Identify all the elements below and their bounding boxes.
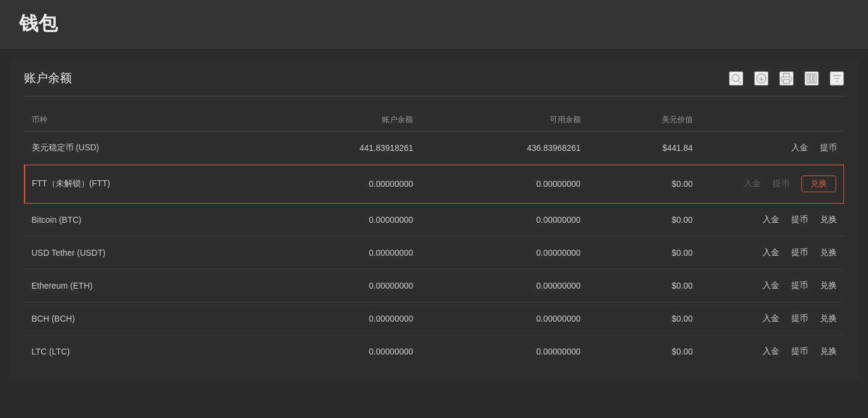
table-row: BCH (BCH)0.000000000.00000000$0.00入金提币兑换 [25,302,844,335]
cell-currency: LTC (LTC) [25,335,254,368]
cell-balance: 0.00000000 [253,269,420,302]
page-header: 钱包 [0,0,868,49]
download-button[interactable] [754,71,768,86]
cell-currency: Ethereum (ETH) [25,269,254,302]
cell-actions: 入金提币 [700,132,844,165]
cell-balance: 0.00000000 [253,335,420,368]
cell-available: 0.00000000 [420,269,587,302]
exchange-button[interactable]: 兑换 [820,214,837,225]
cell-actions: 入金提币兑换 [700,237,844,269]
section-header: 账户余额 [24,70,844,96]
withdraw-button[interactable]: 提币 [820,143,837,153]
svg-point-0 [732,74,739,81]
cell-usd-value: $0.00 [588,165,700,204]
svg-rect-6 [810,74,812,83]
cell-usd-value: $0.00 [588,269,700,302]
withdraw-button[interactable]: 提币 [791,280,808,291]
cell-balance: 441.83918261 [253,132,420,165]
cell-currency: FTT（未解锁）(FTT) [25,165,254,204]
table-row: FTT（未解锁）(FTT)0.000000000.00000000$0.00入金… [25,165,844,204]
header-available: 可用余额 [420,108,587,132]
cell-actions: 入金提币兑换 [700,204,844,237]
filter-button[interactable] [830,71,844,86]
cell-available: 0.00000000 [420,335,587,368]
cell-currency: USD Tether (USDT) [25,237,254,269]
cell-balance: 0.00000000 [253,165,420,204]
cell-available: 0.00000000 [420,302,587,335]
withdraw-button[interactable]: 提币 [791,313,808,324]
header-usd-value: 美元价值 [588,108,700,132]
cell-actions: 入金提币兑换 [700,335,844,368]
exchange-button[interactable]: 兑换 [820,313,837,324]
toolbar [729,71,844,86]
deposit-button[interactable]: 入金 [762,214,779,225]
deposit-button[interactable]: 入金 [762,247,779,258]
cell-actions: 入金提币兑换 [700,302,844,335]
exchange-button[interactable]: 兑换 [820,346,837,357]
cell-available: 0.00000000 [420,165,587,204]
search-icon [730,72,742,84]
table-row: 美元稳定币 (USD)441.83918261436.83968261$441.… [25,132,844,165]
content-area: 账户余额 [10,58,858,380]
cell-balance: 0.00000000 [253,237,420,269]
svg-rect-4 [783,79,789,83]
withdraw-button[interactable]: 提币 [791,247,808,258]
svg-rect-7 [814,74,816,83]
withdraw-button: 提币 [773,178,789,189]
exchange-button[interactable]: 兑换 [820,247,837,258]
cell-usd-value: $0.00 [588,204,700,237]
deposit-button[interactable]: 入金 [762,313,779,324]
section-title: 账户余额 [24,70,72,86]
withdraw-button[interactable]: 提币 [791,214,808,225]
cell-balance: 0.00000000 [253,302,420,335]
print-button[interactable] [779,71,794,86]
download-icon [755,72,767,84]
deposit-button: 入金 [744,178,761,189]
cell-usd-value: $0.00 [588,237,700,269]
print-icon [780,72,792,84]
header-actions [700,108,844,132]
table-row: USD Tether (USDT)0.000000000.00000000$0.… [25,237,844,269]
cell-currency: Bitcoin (BTC) [25,204,254,237]
table-row: Ethereum (ETH)0.000000000.00000000$0.00入… [25,269,844,302]
columns-button[interactable] [804,71,819,86]
cell-actions: 入金提币兑换 [700,269,844,302]
withdraw-button[interactable]: 提币 [791,346,808,357]
columns-icon [806,72,818,84]
cell-actions: 入金提币兑换 [700,165,844,204]
svg-rect-5 [807,74,809,83]
cell-usd-value: $441.84 [588,132,700,165]
svg-line-1 [739,80,742,83]
cell-balance: 0.00000000 [253,204,420,237]
table-row: LTC (LTC)0.000000000.00000000$0.00入金提币兑换 [25,335,844,368]
exchange-button[interactable]: 兑换 [820,280,837,291]
cell-currency: 美元稳定币 (USD) [25,132,254,165]
balance-table: 币种 账户余额 可用余额 美元价值 美元稳定币 (USD)441.8391826… [24,108,844,368]
deposit-button[interactable]: 入金 [762,280,779,291]
cell-available: 0.00000000 [420,204,587,237]
cell-usd-value: $0.00 [588,335,700,368]
cell-available: 436.83968261 [420,132,587,165]
deposit-button[interactable]: 入金 [762,346,779,357]
deposit-button[interactable]: 入金 [791,143,808,153]
search-button[interactable] [729,71,743,86]
header-balance: 账户余额 [253,108,420,132]
exchange-button[interactable]: 兑换 [801,175,836,192]
filter-icon [831,72,843,84]
cell-available: 0.00000000 [420,237,587,269]
header-currency: 币种 [25,108,254,132]
table-header-row: 币种 账户余额 可用余额 美元价值 [25,108,844,132]
cell-currency: BCH (BCH) [25,302,254,335]
page-title: 钱包 [19,11,849,37]
cell-usd-value: $0.00 [588,302,700,335]
table-row: Bitcoin (BTC)0.000000000.00000000$0.00入金… [25,204,844,237]
